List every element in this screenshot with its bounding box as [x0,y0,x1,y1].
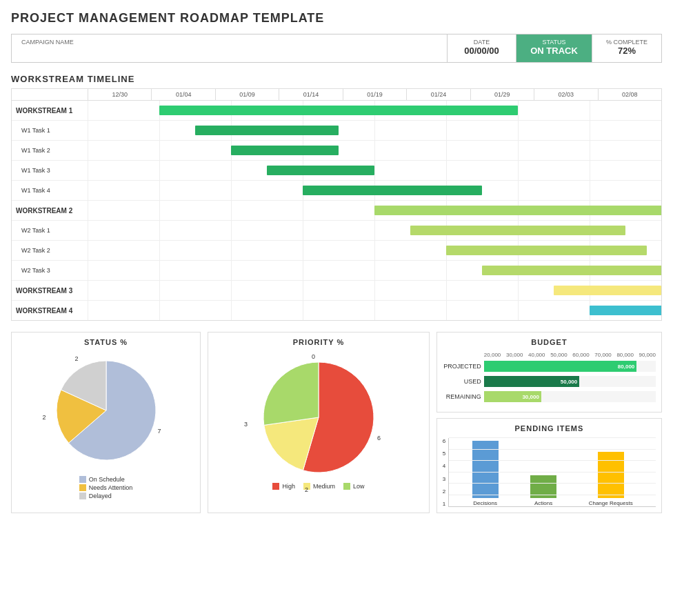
gantt-bar [267,166,374,175]
gantt-grid-line [88,121,88,140]
pie-slice [263,362,319,425]
gantt-grid-line [661,101,662,120]
budget-chart: 20,00030,00040,00050,00060,00070,00080,0… [443,352,656,402]
priority-chart-box: PRIORITY % 0 6 2 3 HighMediumLow [208,332,430,513]
budget-chart-box: BUDGET 20,00030,00040,00050,00060,00070,… [436,332,662,413]
gantt-grid-line [374,301,375,320]
gantt-grid-line [590,121,590,140]
gantt-label-col-header [12,89,88,100]
gantt-row: WORKSTREAM 3 [12,281,661,301]
pending-y-label: 5 [443,450,445,457]
legend-label: On Schedule [89,476,125,483]
status-section: STATUS ON TRACK [516,34,592,62]
campaign-name-section: CAMPAIGN NAME [12,34,448,62]
status-label-2b: 2 [43,414,46,421]
gantt-row: WORKSTREAM 4 [12,301,661,320]
gantt-date-cell: 01/14 [279,89,342,100]
pending-y-label: 2 [443,488,445,495]
workstream-title: WORKSTREAM TIMELINE [11,74,662,84]
gantt-grid-line [159,121,160,140]
priority-label-3: 3 [244,421,248,428]
gantt-bar-area [88,201,661,220]
gantt-bar [303,186,482,195]
budget-axis-label: 20,000 [484,352,501,358]
pending-chart-wrap: 123456DecisionsActionsChange Requests [443,438,656,507]
legend-item: On Schedule [79,476,133,483]
gantt-bar-area [88,221,661,240]
priority-pie-svg [243,352,394,476]
gantt-grid-line [518,281,519,300]
pending-bar [598,452,624,498]
gantt-bar [374,206,662,215]
budget-title: BUDGET [443,338,656,346]
gantt-bar-area [88,181,661,200]
gantt-grid-line [231,201,232,220]
gantt-row-label: W1 Task 4 [12,184,88,197]
gantt-grid-line [590,161,590,180]
budget-bar: 80,000 [484,361,636,372]
budget-row-label: REMAINING [443,393,484,400]
pending-grid-line [449,472,656,473]
gantt-grid-line [446,301,447,320]
gantt-grid-line [88,241,88,260]
budget-axis-label: 30,000 [506,352,523,358]
gantt-grid-line [661,261,662,280]
pending-y-label: 1 [443,501,445,507]
legend-item: High [272,483,295,490]
status-label: STATUS [522,37,586,46]
gantt-bar [446,246,647,255]
gantt-row: W1 Task 1 [12,121,661,141]
gantt-grid-line [374,121,375,140]
gantt-bar-area [88,301,661,320]
gantt-grid-line [303,281,303,300]
gantt-bar [410,226,625,235]
gantt-grid-line [446,281,447,300]
gantt-grid-line [661,161,662,180]
gantt-grid-line [303,241,303,260]
pending-bar-label: Actions [534,500,552,506]
pending-title: PENDING ITEMS [443,424,656,433]
gantt-grid-line [518,141,519,160]
pending-grid-line [449,495,656,495]
gantt-grid-line [231,281,232,300]
gantt-container: 12/3001/0401/0901/1401/1901/2401/2902/03… [11,88,662,321]
gantt-grid-line [303,221,303,240]
date-section: DATE 00/00/00 [448,34,516,62]
legend-dot [79,484,86,491]
pending-bar-label: Decisions [473,500,497,506]
priority-pie-container: 0 6 2 3 HighMediumLow [214,352,423,491]
gantt-grid-line [159,261,160,280]
priority-label-2: 2 [305,486,308,493]
budget-axis-label: 80,000 [616,352,633,358]
legend-dot [272,483,279,490]
pending-grid-line [449,460,656,461]
budget-axis-label: 70,000 [594,352,611,358]
gantt-row: W1 Task 3 [12,161,661,181]
gantt-grid-line [88,141,88,160]
gantt-grid-line [374,281,375,300]
gantt-bar [159,106,518,115]
pending-y-label: 3 [443,476,445,482]
gantt-row-label: W2 Task 3 [12,264,88,277]
budget-axis-label: 90,000 [639,352,656,358]
gantt-date-cell: 01/24 [406,89,470,100]
gantt-grid-line [518,101,519,120]
campaign-name-label: CAMPAIGN NAME [17,37,441,46]
gantt-grid-line [159,181,160,200]
status-label-2a: 2 [75,355,79,362]
legend-dot [79,493,86,499]
gantt-row-label: WORKSTREAM 4 [12,304,88,317]
campaign-header: CAMPAIGN NAME DATE 00/00/00 STATUS ON TR… [11,34,662,63]
legend-item: Needs Attention [79,484,133,491]
pending-y-label: 4 [443,463,445,469]
date-value: 00/00/00 [453,46,510,56]
budget-bar-area: 30,000 [484,391,656,402]
gantt-grid-line [231,161,232,180]
pending-y-label: 6 [443,438,445,444]
gantt-date-cell: 01/09 [215,89,279,100]
legend-label: Delayed [89,493,112,499]
gantt-dates: 12/3001/0401/0901/1401/1901/2401/2902/03… [88,89,661,100]
gantt-row-label: W1 Task 2 [12,144,88,157]
gantt-grid-line [88,201,88,220]
gantt-grid-line [88,161,88,180]
